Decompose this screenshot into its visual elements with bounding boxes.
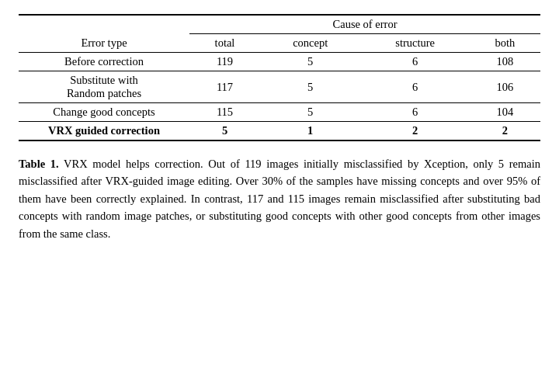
concept-column-header: concept	[260, 34, 360, 53]
caption-label: Table 1.	[19, 158, 59, 170]
row-both-before-correction: 108	[470, 53, 540, 71]
row-both-substitute: 106	[470, 71, 540, 103]
row-structure-substitute: 6	[360, 71, 470, 103]
table-caption: Table 1. VRX model helps correction. Out…	[19, 155, 540, 242]
table-row: Before correction 119 5 6 108	[19, 53, 540, 71]
row-total-change-concepts: 115	[189, 103, 260, 122]
row-both-vrx: 2	[470, 122, 540, 141]
both-column-header: both	[470, 34, 540, 53]
structure-column-header: structure	[360, 34, 470, 53]
row-concept-before-correction: 5	[260, 53, 360, 71]
row-structure-before-correction: 6	[360, 53, 470, 71]
row-label-before-correction: Before correction	[19, 53, 189, 71]
row-total-substitute: 117	[189, 71, 260, 103]
table-row: Change good concepts 115 5 6 104	[19, 103, 540, 122]
row-total-vrx: 5	[189, 122, 260, 141]
empty-header-cell	[19, 15, 189, 34]
row-structure-change-concepts: 6	[360, 103, 470, 122]
row-concept-vrx: 1	[260, 122, 360, 141]
row-structure-vrx: 2	[360, 122, 470, 141]
row-label-substitute: Substitute with Random patches	[19, 71, 189, 103]
cause-of-error-header: Cause of error	[189, 15, 540, 34]
table-row-vrx: VRX guided correction 5 1 2 2	[19, 122, 540, 141]
row-label-change-concepts: Change good concepts	[19, 103, 189, 122]
error-type-column-header: Error type	[19, 34, 189, 53]
caption-text: VRX model helps correction. Out of 119 i…	[19, 158, 540, 240]
total-column-header: total	[189, 34, 260, 53]
data-table: Cause of error Error type total concept …	[19, 14, 540, 141]
row-concept-change-concepts: 5	[260, 103, 360, 122]
row-both-change-concepts: 104	[470, 103, 540, 122]
row-total-before-correction: 119	[189, 53, 260, 71]
row-concept-substitute: 5	[260, 71, 360, 103]
row-label-vrx: VRX guided correction	[19, 122, 189, 141]
